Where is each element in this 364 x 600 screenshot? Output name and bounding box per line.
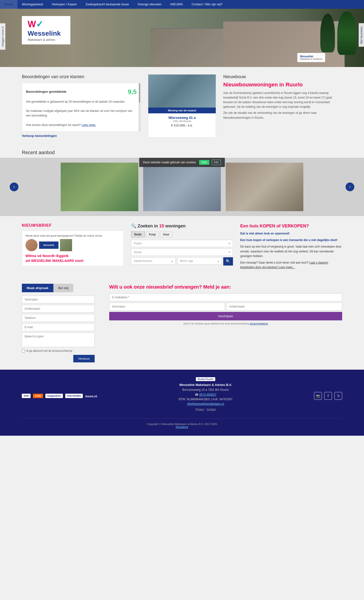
footer-brand-tag: Breda Ruurlo — [196, 377, 215, 381]
nl-email-input[interactable] — [109, 293, 342, 301]
filter-tab-beide[interactable]: Beide — [131, 232, 145, 237]
footer-address: Borculoseweg 15 a 7261 BG Ruurlo ☎ 0573-… — [179, 388, 233, 406]
nieuwbouw-section-title: Nieuwbouw — [223, 74, 342, 79]
newsletter-heading: Wilt u ook onze nieuwsbrief ontvangen? M… — [109, 284, 342, 290]
funda-logo: funda — [33, 394, 43, 398]
hero-section: Inloggen move.nl Mijn favorieten W✓ Wess… — [0, 9, 364, 67]
kopen-line3: De kans op een fout of vergissing is gro… — [240, 244, 342, 259]
nl-avatar — [26, 239, 37, 251]
verkoop-link[interactable]: Verkoop beoordelingen — [22, 134, 141, 138]
nav-zoekopdracht[interactable]: Zoekopdracht bestaande bouw — [81, 0, 133, 9]
footer-disclaimer-link[interactable]: Disclaimer — [176, 425, 188, 428]
nieuwbouw-desc2: Zie ook de situatie van de verkaveling v… — [223, 111, 342, 120]
tab-bel-mij[interactable]: Bel mij — [53, 284, 74, 292]
nieuwsbrief-action: zet WESSELINK MAKELAARS voort — [26, 259, 120, 262]
nav-verkopen[interactable]: Verkopen / Kopen — [47, 0, 81, 9]
kopen-heading: Een huis KOPEN of VERKOPEN? — [240, 223, 342, 229]
nav-nieuws[interactable]: NIEUWS — [166, 0, 187, 9]
achternaam-input[interactable] — [22, 305, 95, 313]
nieuwsbrief-box-text: Wordt deze mail niet goed weergegeven? B… — [26, 234, 120, 237]
footer-links: Privacy Contact — [179, 408, 233, 411]
nl-disclaimer: Door in te schrijven ga je akkoord met o… — [109, 322, 342, 325]
contact-section: Maak afspraak Bel mij Ik ga akkoord met … — [0, 279, 364, 370]
woon-select[interactable]: Woon opp. — [177, 257, 222, 264]
bottom-section: NIEUWSBRIEF Wordt deze mail niet goed we… — [0, 216, 364, 279]
scrollbar[interactable] — [139, 83, 140, 131]
nav-home[interactable]: Home — [0, 0, 18, 9]
verstuur-button[interactable]: Verstuur — [73, 355, 95, 362]
instagram-icon[interactable]: 📷 — [314, 392, 322, 400]
footer-phone[interactable]: 0573-454027 — [199, 393, 216, 396]
twitter-icon[interactable]: 𝕏 — [334, 392, 342, 400]
recent-header: Recent aanbod — [0, 145, 364, 158]
logo-box: W✓ Wesselink Makelaars & advies — [22, 16, 70, 44]
nl-achternaam-input[interactable] — [226, 303, 342, 310]
nl-submit-button[interactable]: Inschrijven — [109, 312, 342, 320]
zoeken-section: 🔍 Zoeken in 15 woningen Beide Koop Huur … — [131, 223, 233, 272]
footer-company: Wesselink Makelaars & Advies B.V. — [179, 383, 233, 387]
carousel-prev-button[interactable]: ‹ — [10, 183, 19, 191]
cookie-banner: Deze website maakt gebruik van cookies. … — [139, 158, 225, 167]
cookie-text: Deze website maakt gebruik van cookies. — [143, 161, 197, 164]
favoriten-tab[interactable]: Mijn favorieten — [359, 23, 364, 47]
filter-tab-koop[interactable]: Koop — [146, 232, 159, 237]
carousel-item-1[interactable] — [61, 163, 138, 211]
move-logo: move.nl — [85, 394, 97, 398]
tab-maak-afspraak[interactable]: Maak afspraak — [22, 284, 53, 292]
filter-tab-huur[interactable]: Huur — [160, 232, 173, 237]
beoordelingen-section: Beoordelingen van onze klanten Beoordeli… — [22, 74, 141, 138]
kopen-line4: Een misstap? Daar denkt u toch liever ni… — [240, 261, 342, 270]
carousel-next-button[interactable]: › — [345, 183, 354, 191]
zoeken-count: 15 — [159, 224, 164, 228]
nav-contact[interactable]: Contact / Wie zijn wij? — [187, 0, 227, 9]
footer-copyright: Copyright © Wesselink Makelaars & Advies… — [22, 418, 342, 428]
carousel-item-2[interactable] — [143, 163, 221, 211]
nav-overige[interactable]: Overige diensten — [133, 0, 166, 9]
woning-badge: Woning van de maand — [148, 108, 216, 113]
nl-voornaam-input[interactable] — [109, 303, 225, 310]
nieuwsbrief-images: Wesselink — [26, 239, 120, 251]
woon-wrapper: Woon opp. — [177, 257, 222, 265]
carousel-inner — [0, 163, 364, 211]
cookie-ok-button[interactable]: Oké — [199, 160, 209, 165]
kopen-verkopen-section: Een huis KOPEN of VERKOPEN? Dat is niet … — [240, 223, 342, 272]
privacy-checkbox[interactable] — [22, 349, 25, 352]
lees-meer-link[interactable]: Lees meer. — [82, 123, 96, 127]
woning-info: Wiersseweg 41 a 7261 AA Ruurlo € 515.000… — [148, 113, 216, 130]
woning-card: Woning van de maand Wiersseweg 41 a 7261… — [148, 74, 216, 138]
carousel-item-3[interactable] — [226, 163, 303, 211]
facebook-icon[interactable]: f — [324, 392, 332, 400]
recent-title: Recent aanbod — [22, 150, 342, 155]
footer-social: 📷 f 𝕏 — [314, 392, 342, 400]
footer-logos: NVM funda vastgoedcert NVB-WONEN move.nl — [22, 394, 97, 398]
cookie-info-button[interactable]: Info — [212, 160, 221, 165]
nav-woningaanbod[interactable]: Woningaanbod — [18, 0, 47, 9]
straat-select[interactable]: Straat — [131, 249, 233, 256]
inloggen-tab[interactable]: Inloggen move.nl — [0, 23, 5, 50]
kopen-line1: Dat is niet alleen leuk en spannend! — [240, 231, 342, 236]
hero-sign: Wesselink Makelaars & Taxateurs — [297, 53, 325, 62]
newsletter-right: Wilt u ook onze nieuwsbrief ontvangen? M… — [102, 284, 342, 362]
search-button[interactable]: 🔍 — [223, 257, 233, 265]
search-icon: 🔍 — [131, 224, 138, 228]
footer-email[interactable]: Info@wesselinkmakelaars.nl — [187, 402, 224, 406]
beoordeling-desc1: Het gemiddelde is gebaseerd op 30 beoord… — [26, 100, 137, 104]
kamers-select[interactable]: Aantal kamers — [131, 257, 176, 264]
nl-privacy-link[interactable]: privacyverklaring — [250, 322, 268, 325]
email-input[interactable] — [22, 323, 95, 331]
nieuwsbrief-heading: NIEUWSBRIEF — [22, 223, 124, 228]
nl-logo: Wesselink — [39, 242, 58, 249]
woning-address: 7261 AA Ruurlo — [151, 120, 213, 122]
nieuwbouw-section: Nieuwbouw Nieuwbouwwoningen in Ruurlo Aa… — [223, 74, 342, 138]
plaats-wrapper: Plaats — [131, 240, 233, 247]
beoordeling-desc3: Hoe komen deze beoordelingen tot stand? … — [26, 123, 137, 127]
footer-contact-link[interactable]: Contact — [206, 408, 216, 411]
logo-company: Wesselink — [28, 30, 65, 38]
nieuwbouw-desc: Aan de Kremerskamp (gebied Leusinkbrink)… — [223, 91, 342, 110]
footer-privacy-link[interactable]: Privacy — [196, 408, 204, 411]
plaats-select[interactable]: Plaats — [131, 240, 233, 247]
telefoon-input[interactable] — [22, 314, 95, 322]
nvbwonen-logo: NVB-WONEN — [65, 394, 83, 398]
voornaam-input[interactable] — [22, 296, 95, 303]
opmerkingen-input[interactable] — [22, 333, 95, 347]
